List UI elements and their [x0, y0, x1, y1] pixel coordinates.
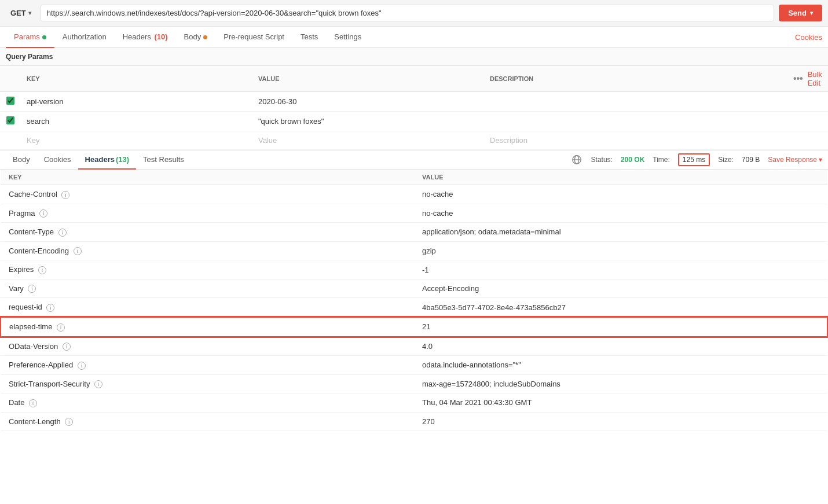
- info-icon[interactable]: i: [74, 247, 82, 255]
- url-bar: GET ▾ Send ▾: [0, 0, 828, 27]
- param-value-0[interactable]: 2020-06-30: [252, 92, 484, 112]
- table-row: Content-Encoding igzip: [1, 241, 827, 260]
- resp-header-key-8: OData-Version i: [1, 337, 414, 356]
- info-icon[interactable]: i: [94, 380, 102, 388]
- table-options-icon[interactable]: •••: [793, 73, 803, 84]
- table-row: OData-Version i4.0: [1, 337, 827, 356]
- table-row: Vary iAccept-Encoding: [1, 279, 827, 298]
- param-value-1[interactable]: "quick brown foxes": [252, 112, 484, 131]
- tab-tests[interactable]: Tests: [292, 27, 326, 48]
- table-row: Expires i-1: [1, 260, 827, 279]
- tab-params[interactable]: Params: [6, 27, 54, 48]
- info-icon[interactable]: i: [29, 399, 37, 407]
- table-row: Preference-Applied iodata.include-annota…: [1, 356, 827, 375]
- size-label: Size:: [718, 156, 734, 164]
- method-label: GET: [10, 9, 26, 17]
- info-icon[interactable]: i: [63, 343, 71, 351]
- tab-authorization[interactable]: Authorization: [54, 27, 115, 48]
- table-row: request-id i4ba505e3-5d77-4702-8e4e-473a…: [1, 298, 827, 317]
- resp-header-key-1: Pragma i: [1, 204, 414, 223]
- resp-col-value: VALUE: [414, 170, 827, 185]
- info-icon[interactable]: i: [46, 304, 54, 312]
- tab-resp-test-results[interactable]: Test Results: [136, 150, 191, 170]
- param-key-placeholder[interactable]: Key: [21, 131, 252, 150]
- param-checkbox-0[interactable]: [6, 97, 14, 105]
- param-key-0[interactable]: api-version: [21, 92, 252, 112]
- body-dot: [203, 35, 207, 39]
- param-desc-0[interactable]: [484, 92, 787, 112]
- info-icon[interactable]: i: [65, 418, 73, 426]
- table-row: Content-Length i270: [1, 412, 827, 431]
- param-desc-1[interactable]: [484, 112, 787, 131]
- info-icon[interactable]: i: [38, 266, 46, 274]
- resp-header-value-5: Accept-Encoding: [414, 279, 827, 298]
- tab-settings[interactable]: Settings: [326, 27, 369, 48]
- table-row: Date iThu, 04 Mar 2021 00:43:30 GMT: [1, 393, 827, 413]
- resp-header-key-5: Vary i: [1, 279, 414, 298]
- table-row: Cache-Control ino-cache: [1, 185, 827, 204]
- resp-header-key-2: Content-Type i: [1, 223, 414, 242]
- resp-header-key-9: Preference-Applied i: [1, 356, 414, 375]
- send-label: Send: [788, 9, 807, 17]
- table-row: search "quick brown foxes": [0, 112, 828, 131]
- param-options-placeholder: [787, 131, 828, 150]
- param-value-placeholder[interactable]: Value: [252, 131, 484, 150]
- response-headers-table: KEY VALUE Cache-Control ino-cachePragma …: [0, 170, 828, 431]
- method-select[interactable]: GET ▾: [6, 6, 36, 20]
- resp-header-value-9: odata.include-annotations="*": [414, 356, 827, 375]
- send-button[interactable]: Send ▾: [779, 5, 822, 21]
- col-options: ••• Bulk Edit: [787, 66, 828, 92]
- resp-header-key-3: Content-Encoding i: [1, 241, 414, 260]
- info-icon[interactable]: i: [39, 209, 47, 218]
- query-params-table: KEY VALUE DESCRIPTION ••• Bulk Edit api-…: [0, 66, 828, 150]
- tab-body[interactable]: Body: [176, 27, 216, 48]
- col-description: DESCRIPTION: [484, 66, 787, 92]
- table-row: Pragma ino-cache: [1, 204, 827, 223]
- resp-header-value-7: 21: [414, 317, 827, 337]
- resp-header-value-8: 4.0: [414, 337, 827, 356]
- param-options-0: [787, 92, 828, 112]
- response-tabs: Body Cookies Headers(13) Test Results St…: [0, 150, 828, 170]
- table-row-placeholder: Key Value Description: [0, 131, 828, 150]
- col-value: VALUE: [252, 66, 484, 92]
- info-icon[interactable]: i: [28, 285, 36, 293]
- info-icon[interactable]: i: [58, 229, 67, 237]
- headers-badge: (10): [154, 32, 167, 41]
- resp-header-key-0: Cache-Control i: [1, 185, 414, 204]
- col-key: KEY: [21, 66, 252, 92]
- status-label: Status:: [591, 156, 613, 164]
- resp-header-key-4: Expires i: [1, 260, 414, 279]
- resp-header-value-1: no-cache: [414, 204, 827, 223]
- bulk-edit-link[interactable]: Bulk Edit: [808, 70, 822, 87]
- info-icon[interactable]: i: [57, 323, 65, 332]
- param-desc-placeholder[interactable]: Description: [484, 131, 787, 150]
- tab-resp-headers[interactable]: Headers(13): [78, 150, 136, 170]
- col-checkbox: [0, 66, 21, 92]
- param-options-1: [787, 112, 828, 131]
- method-chevron-icon: ▾: [28, 10, 31, 16]
- resp-header-key-7: elapsed-time i: [1, 317, 414, 337]
- resp-header-value-0: no-cache: [414, 185, 827, 204]
- tab-pre-request[interactable]: Pre-request Script: [215, 27, 292, 48]
- resp-headers-badge: (13): [116, 155, 129, 164]
- tab-headers[interactable]: Headers (10): [115, 27, 176, 48]
- resp-header-value-4: -1: [414, 260, 827, 279]
- info-icon[interactable]: i: [61, 191, 69, 199]
- resp-header-key-6: request-id i: [1, 298, 414, 317]
- param-checkbox-1[interactable]: [6, 116, 14, 124]
- response-meta: Status: 200 OK Time: 125 ms Size: 709 B …: [571, 153, 822, 166]
- table-row: Content-Type iapplication/json; odata.me…: [1, 223, 827, 242]
- param-key-1[interactable]: search: [21, 112, 252, 131]
- table-row: api-version 2020-06-30: [0, 92, 828, 112]
- cookies-link[interactable]: Cookies: [795, 33, 822, 42]
- save-response-button[interactable]: Save Response ▾: [768, 156, 822, 164]
- resp-header-value-3: gzip: [414, 241, 827, 260]
- info-icon[interactable]: i: [78, 362, 86, 370]
- resp-header-value-6: 4ba505e3-5d77-4702-8e4e-473a5856cb27: [414, 298, 827, 317]
- status-value: 200 OK: [621, 156, 644, 164]
- tab-resp-body[interactable]: Body: [6, 150, 37, 170]
- url-input[interactable]: [41, 5, 774, 21]
- resp-header-value-12: 270: [414, 412, 827, 431]
- resp-header-value-10: max-age=15724800; includeSubDomains: [414, 374, 827, 393]
- tab-resp-cookies[interactable]: Cookies: [37, 150, 78, 170]
